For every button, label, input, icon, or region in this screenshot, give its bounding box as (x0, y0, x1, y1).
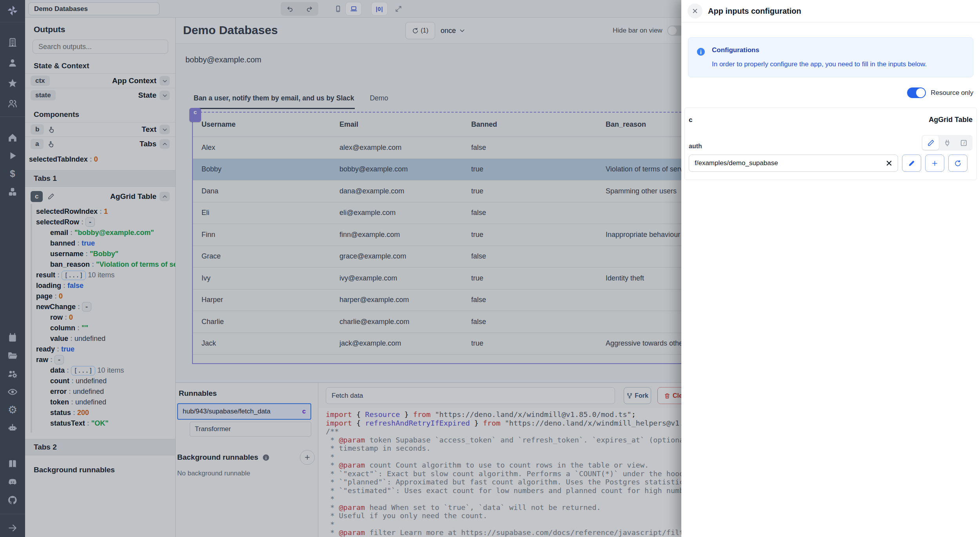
resource-input-row: f/examples/demo_supabase (689, 155, 973, 172)
app-inputs-drawer: App inputs configuration Configurations … (681, 0, 980, 537)
drawer-title: App inputs configuration (708, 7, 801, 16)
eval-mode-fx-icon[interactable]: f (955, 136, 972, 150)
info-text: In order to properly configure the app, … (712, 60, 927, 68)
component-key: c (689, 116, 692, 124)
edit-resource-button[interactable] (902, 155, 921, 172)
add-resource-button[interactable] (925, 155, 944, 172)
configurations-info-box: Configurations In order to properly conf… (688, 37, 973, 77)
connect-mode-plug-icon[interactable] (939, 136, 955, 150)
clear-x-icon[interactable] (885, 159, 893, 169)
resource-only-toggle[interactable] (907, 87, 926, 98)
resource-only-row: Resource only (688, 87, 973, 98)
svg-text:f: f (963, 141, 965, 145)
auth-field-label: auth (689, 143, 702, 151)
resource-only-label: Resource only (931, 89, 973, 97)
info-circle-icon (696, 47, 706, 68)
close-icon[interactable] (688, 4, 702, 18)
component-type: AgGrid Table (929, 116, 973, 124)
component-input-card: c AgGrid Table auth f f/examples/demo_su… (684, 107, 977, 180)
refresh-resource-button[interactable] (948, 155, 967, 172)
static-mode-pencil-icon[interactable] (922, 136, 939, 150)
info-title: Configurations (712, 46, 927, 54)
resource-path-input[interactable]: f/examples/demo_supabase (689, 155, 898, 172)
drawer-header: App inputs configuration (681, 0, 980, 22)
windmill-app-editor: $ ⚙ |0| Outputs (0, 0, 980, 537)
auth-field-row: auth f (689, 135, 973, 151)
drawer-backdrop[interactable] (0, 0, 681, 537)
input-mode-segmented-control: f (922, 135, 973, 151)
resource-path-value: f/examples/demo_supabase (695, 159, 778, 167)
